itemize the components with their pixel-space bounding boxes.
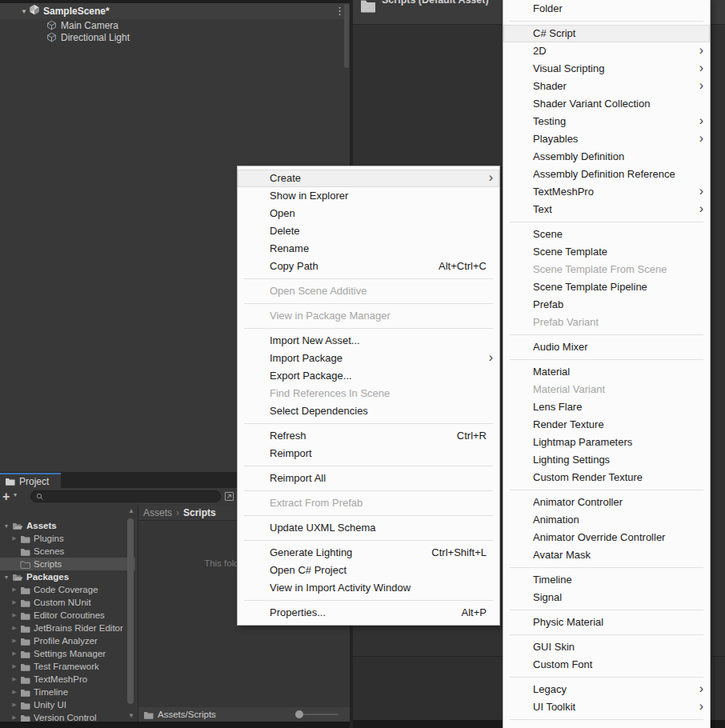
hierarchy-scene-row[interactable]: ▼ SampleScene* ⋮ [0,3,350,19]
tree-item-packages[interactable]: ▼Packages [0,570,127,583]
menu-item-prefab[interactable]: Prefab [503,296,710,314]
open-search-window-icon[interactable] [224,490,234,505]
menu-item-scene[interactable]: Scene [503,226,710,243]
menu-item-custom-font[interactable]: Custom Font [503,656,710,674]
menu-item-delete[interactable]: Delete [238,222,499,240]
menu-item-animation[interactable]: Animation [503,511,710,529]
menu-item-create[interactable]: Create› [238,170,499,187]
tree-item-profile-analyzer[interactable]: ▶Profile Analyzer [0,634,135,647]
menu-item-render-texture[interactable]: Render Texture [503,416,710,434]
menu-item-open-c-project[interactable]: Open C# Project [238,562,499,579]
menu-item-reimport[interactable]: Reimport [238,445,499,462]
menu-item-audio-mixer[interactable]: Audio Mixer [503,338,710,356]
menu-item-rename[interactable]: Rename [238,240,499,258]
menu-item-assembly-definition[interactable]: Assembly Definition [503,148,710,166]
scroll-down-arrow-icon[interactable]: ▼ [126,712,136,719]
tree-item-settings-manager[interactable]: ▶Settings Manager [0,647,135,660]
menu-item-assembly-definition-reference[interactable]: Assembly Definition Reference [503,166,710,183]
tree-item-unity-ui[interactable]: ▶Unity UI [0,698,135,711]
menu-item-shader[interactable]: Shader› [503,78,710,95]
menu-item-visual-scripting[interactable]: Visual Scripting› [503,60,710,78]
foldout-collapsed-icon[interactable]: ▶ [10,663,18,670]
tree-item-textmeshpro[interactable]: ▶TextMeshPro [0,673,135,686]
tree-item-test-framework[interactable]: ▶Test Framework [0,660,135,673]
scroll-up-arrow-icon[interactable]: ▲ [126,507,136,514]
project-search-input[interactable] [30,490,221,502]
menu-item-lightmap-parameters[interactable]: Lightmap Parameters [503,434,710,451]
menu-item-animator-controller[interactable]: Animator Controller [503,494,710,511]
menu-item-c-script[interactable]: C# Script [503,25,710,42]
tree-item-scripts[interactable]: Scripts [0,558,135,570]
foldout-collapsed-icon[interactable]: ▶ [10,638,18,644]
hierarchy-scrollbar[interactable] [344,4,349,68]
menu-item-export-package[interactable]: Export Package... [238,367,499,385]
foldout-collapsed-icon[interactable]: ▶ [10,714,18,721]
menu-item-gui-skin[interactable]: GUI Skin [503,638,710,656]
menu-item-testing[interactable]: Testing› [503,113,710,130]
menu-item-avatar-mask[interactable]: Avatar Mask [503,546,710,564]
foldout-collapsed-icon[interactable]: ▶ [10,612,18,618]
menu-item-shader-variant-collection[interactable]: Shader Variant Collection [503,95,710,113]
menu-item-view-in-import-activity-window[interactable]: View in Import Activity Window [238,579,499,597]
tree-item-jetbrains-rider-editor[interactable]: ▶JetBrains Rider Editor [0,622,135,634]
menu-item-material[interactable]: Material [503,363,710,381]
menu-item-textmeshpro[interactable]: TextMeshPro› [503,183,710,201]
foldout-expanded-icon[interactable]: ▼ [19,8,29,15]
foldout-expanded-icon[interactable]: ▼ [2,574,10,580]
menu-item-scene-template-pipeline[interactable]: Scene Template Pipeline [503,278,710,296]
tab-project[interactable]: Project [0,473,61,488]
foldout-collapsed-icon[interactable]: ▶ [10,599,18,606]
menu-item-show-in-explorer[interactable]: Show in Explorer [238,187,499,205]
menu-item-import-package[interactable]: Import Package› [238,350,499,367]
menu-item-signal[interactable]: Signal [503,589,710,606]
menu-item-lens-flare[interactable]: Lens Flare [503,398,710,416]
tree-item-version-control[interactable]: ▶Version Control [0,711,135,722]
foldout-expanded-icon[interactable]: ▼ [2,523,10,529]
hierarchy-item-directional-light[interactable]: Directional Light [0,31,344,43]
foldout-collapsed-icon[interactable]: ▶ [10,625,18,631]
menu-item-physic-material[interactable]: Physic Material [503,614,710,631]
menu-item-folder[interactable]: Folder [503,0,710,18]
menu-item-select-dependencies[interactable]: Select Dependencies [238,402,499,420]
menu-item-scene-template[interactable]: Scene Template [503,243,710,261]
menu-item-reimport-all[interactable]: Reimport All [238,470,499,487]
menu-item-playables[interactable]: Playables› [503,130,710,148]
tree-item-custom-nunit[interactable]: ▶Custom NUnit [0,596,135,609]
menu-item-search[interactable]: Search [503,723,710,728]
foldout-collapsed-icon[interactable]: ▶ [10,689,18,695]
menu-item-2d[interactable]: 2D› [503,42,710,60]
hierarchy-item-main-camera[interactable]: Main Camera [0,19,344,31]
menu-item-update-uxml-schema[interactable]: Update UXML Schema [238,519,499,537]
chevron-down-icon[interactable]: ▾ [14,491,17,498]
foldout-collapsed-icon[interactable]: ▶ [10,676,18,682]
tree-scrollbar-thumb[interactable] [127,518,134,704]
tree-item-scenes[interactable]: Scenes [0,545,135,558]
tree-item-plugins[interactable]: ▶Plugins [0,532,135,545]
menu-item-open[interactable]: Open [238,205,499,222]
create-asset-plus-button[interactable]: + [2,489,10,505]
breadcrumb-assets[interactable]: Assets [143,507,172,518]
foldout-collapsed-icon[interactable]: ▶ [10,535,18,542]
zoom-slider-track[interactable] [298,714,338,715]
menu-item-timeline[interactable]: Timeline [503,571,710,589]
tree-item-assets[interactable]: ▼Assets [0,519,127,532]
tree-item-editor-coroutines[interactable]: ▶Editor Coroutines [0,609,135,622]
menu-item-lighting-settings[interactable]: Lighting Settings [503,451,710,469]
menu-item-legacy[interactable]: Legacy› [503,681,710,698]
menu-item-properties[interactable]: Properties...Alt+P [238,604,499,622]
menu-item-generate-lighting[interactable]: Generate LightingCtrl+Shift+L [238,544,499,562]
menu-item-animator-override-controller[interactable]: Animator Override Controller [503,529,710,546]
foldout-collapsed-icon[interactable]: ▶ [10,702,18,708]
menu-item-text[interactable]: Text› [503,201,710,218]
breadcrumb-scripts[interactable]: Scripts [183,507,216,518]
menu-item-import-new-asset[interactable]: Import New Asset... [238,332,499,350]
menu-item-custom-render-texture[interactable]: Custom Render Texture [503,469,710,486]
tree-item-timeline[interactable]: ▶Timeline [0,686,135,698]
foldout-collapsed-icon[interactable]: ▶ [10,586,18,593]
menu-item-copy-path[interactable]: Copy PathAlt+Ctrl+C [238,258,499,275]
menu-item-ui-toolkit[interactable]: UI Toolkit› [503,698,710,716]
foldout-collapsed-icon[interactable]: ▶ [10,650,18,657]
menu-item-refresh[interactable]: RefreshCtrl+R [238,427,499,445]
tree-item-code-coverage[interactable]: ▶Code Coverage [0,583,135,596]
zoom-slider[interactable] [295,707,342,722]
